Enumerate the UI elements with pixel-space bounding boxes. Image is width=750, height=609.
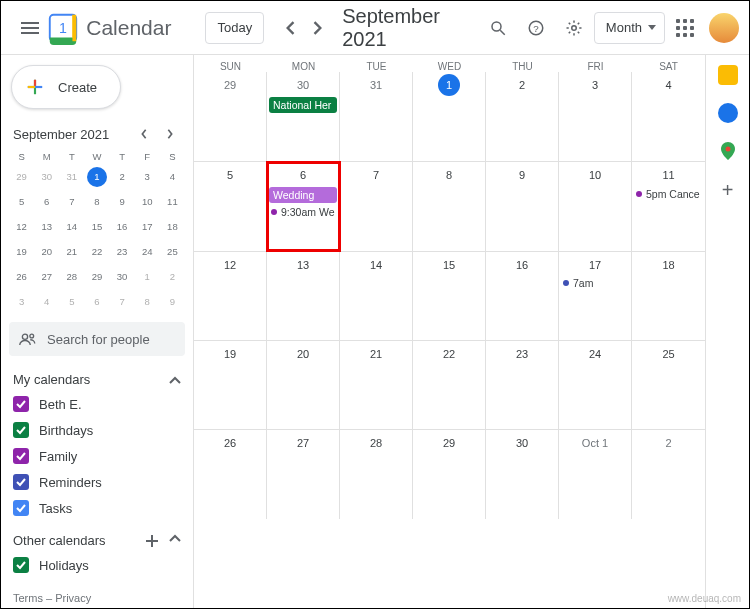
help-button[interactable]: ? [518, 10, 554, 46]
day-cell[interactable]: 7 [340, 162, 413, 250]
mini-day[interactable]: 21 [62, 242, 82, 262]
event-item[interactable]: 5pm Cance [632, 186, 705, 201]
mini-day[interactable]: 18 [162, 217, 182, 237]
mini-day[interactable]: 29 [87, 267, 107, 287]
mini-day[interactable]: 6 [37, 192, 57, 212]
mini-day[interactable]: 22 [87, 242, 107, 262]
mini-day[interactable]: 27 [37, 267, 57, 287]
day-cell[interactable]: 177am [559, 252, 632, 340]
day-cell[interactable]: 31 [340, 72, 413, 161]
mini-day[interactable]: 30 [37, 167, 57, 187]
mini-day[interactable]: 2 [162, 267, 182, 287]
mini-day[interactable]: 31 [62, 167, 82, 187]
day-cell[interactable]: 8 [413, 162, 486, 250]
day-cell[interactable]: 21 [340, 341, 413, 429]
search-button[interactable] [480, 10, 516, 46]
mini-day[interactable]: 30 [112, 267, 132, 287]
mini-day[interactable]: 1 [87, 167, 107, 187]
day-cell[interactable]: 30National Her [267, 72, 340, 161]
other-calendars-toggle[interactable]: Other calendars [9, 533, 185, 548]
view-selector[interactable]: Month [594, 12, 665, 44]
mini-day[interactable]: 5 [62, 292, 82, 312]
day-cell[interactable]: 5 [194, 162, 267, 250]
day-cell[interactable]: 24 [559, 341, 632, 429]
keep-addon-button[interactable] [718, 65, 738, 85]
day-cell[interactable]: 18 [632, 252, 705, 340]
mini-day[interactable]: 13 [37, 217, 57, 237]
mini-day[interactable]: 1 [137, 267, 157, 287]
event-item[interactable]: 7am [559, 276, 631, 291]
mini-day[interactable]: 15 [87, 217, 107, 237]
day-cell[interactable]: 2 [486, 72, 559, 161]
day-cell[interactable]: 30 [486, 430, 559, 518]
mini-day[interactable]: 7 [112, 292, 132, 312]
day-cell[interactable]: 15 [413, 252, 486, 340]
mini-day[interactable]: 3 [12, 292, 32, 312]
mini-day[interactable]: 2 [112, 167, 132, 187]
day-cell[interactable]: 12 [194, 252, 267, 340]
day-cell[interactable]: 14 [340, 252, 413, 340]
calendar-item[interactable]: Birthdays [9, 419, 185, 441]
my-calendars-toggle[interactable]: My calendars [9, 372, 185, 387]
calendar-logo[interactable]: 1 [46, 11, 80, 45]
mini-day[interactable]: 8 [87, 192, 107, 212]
day-cell[interactable]: 19 [194, 341, 267, 429]
day-cell[interactable]: 16 [486, 252, 559, 340]
next-month-button[interactable] [304, 14, 332, 42]
settings-button[interactable] [556, 10, 592, 46]
maps-addon-button[interactable] [718, 141, 738, 161]
day-cell[interactable]: 6Wedding9:30am We [267, 162, 340, 250]
day-cell[interactable]: 10 [559, 162, 632, 250]
tasks-addon-button[interactable] [718, 103, 738, 123]
event-chip[interactable]: National Her [269, 97, 337, 113]
calendar-item[interactable]: Tasks [9, 497, 185, 519]
calendar-item[interactable]: Family [9, 445, 185, 467]
day-cell[interactable]: 29 [194, 72, 267, 161]
mini-day[interactable]: 23 [112, 242, 132, 262]
day-cell[interactable]: 29 [413, 430, 486, 518]
mini-day[interactable]: 12 [12, 217, 32, 237]
day-cell[interactable]: 25 [632, 341, 705, 429]
account-avatar[interactable] [709, 13, 739, 43]
calendar-item[interactable]: Beth E. [9, 393, 185, 415]
day-cell[interactable]: 2 [632, 430, 705, 518]
day-cell[interactable]: 27 [267, 430, 340, 518]
day-cell[interactable]: 3 [559, 72, 632, 161]
add-calendar-icon[interactable] [145, 534, 159, 548]
mini-calendar[interactable]: SMTWTFS293031123456789101112131415161718… [9, 151, 185, 312]
mini-day[interactable]: 9 [162, 292, 182, 312]
day-cell[interactable]: 20 [267, 341, 340, 429]
mini-day[interactable]: 10 [137, 192, 157, 212]
mini-day[interactable]: 20 [37, 242, 57, 262]
mini-next-button[interactable] [159, 123, 181, 145]
mini-day[interactable]: 29 [12, 167, 32, 187]
mini-day[interactable]: 5 [12, 192, 32, 212]
mini-day[interactable]: 24 [137, 242, 157, 262]
mini-day[interactable]: 19 [12, 242, 32, 262]
mini-day[interactable]: 11 [162, 192, 182, 212]
day-cell[interactable]: 26 [194, 430, 267, 518]
google-apps-button[interactable] [667, 10, 703, 46]
today-button[interactable]: Today [205, 12, 264, 44]
calendar-item[interactable]: Holidays [9, 554, 185, 576]
search-people-input[interactable]: Search for people [9, 322, 185, 356]
day-cell[interactable]: 4 [632, 72, 705, 161]
get-addons-button[interactable]: + [722, 179, 734, 202]
mini-day[interactable]: 25 [162, 242, 182, 262]
mini-day[interactable]: 4 [162, 167, 182, 187]
calendar-item[interactable]: Reminders [9, 471, 185, 493]
day-cell[interactable]: 1 [413, 72, 486, 161]
main-menu-button[interactable] [11, 8, 48, 48]
footer-links[interactable]: Terms – Privacy [9, 586, 185, 608]
create-button[interactable]: Create [11, 65, 121, 109]
day-cell[interactable]: 9 [486, 162, 559, 250]
mini-day[interactable]: 6 [87, 292, 107, 312]
mini-day[interactable]: 3 [137, 167, 157, 187]
mini-day[interactable]: 4 [37, 292, 57, 312]
day-cell[interactable]: Oct 1 [559, 430, 632, 518]
prev-month-button[interactable] [276, 14, 304, 42]
mini-day[interactable]: 7 [62, 192, 82, 212]
day-cell[interactable]: 22 [413, 341, 486, 429]
day-cell[interactable]: 115pm Cance [632, 162, 705, 250]
day-cell[interactable]: 28 [340, 430, 413, 518]
